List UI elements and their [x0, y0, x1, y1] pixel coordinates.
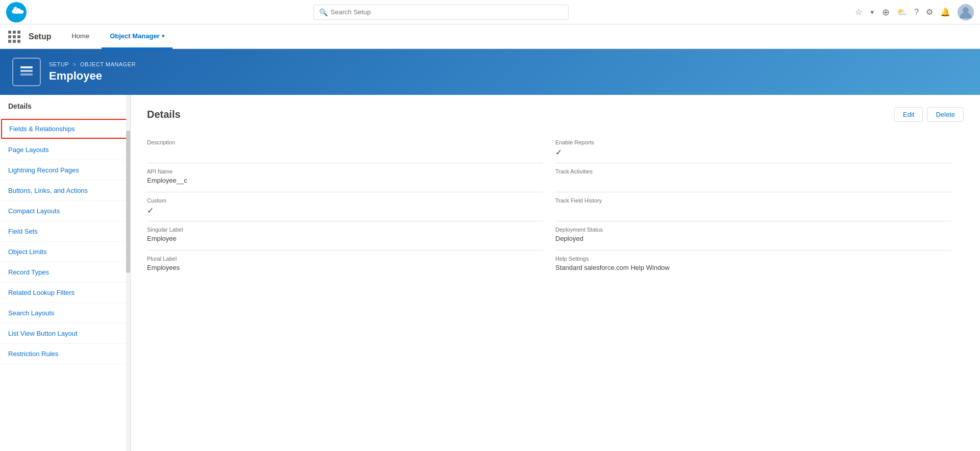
field-value-track-field-history	[555, 206, 951, 216]
sidebar-item-details[interactable]: Details	[0, 95, 130, 118]
sidebar-item-list-view-button-layout[interactable]: List View Button Layout	[0, 323, 130, 344]
details-title: Details	[147, 109, 181, 120]
breadcrumb: SETUP > OBJECT MANAGER	[49, 61, 136, 67]
field-label-track-field-history: Track Field History	[555, 197, 951, 204]
details-grid: Description API Name Employee__c Custom …	[147, 134, 964, 279]
chevron-down-icon: ▾	[162, 33, 164, 39]
add-icon[interactable]: ⊕	[882, 7, 890, 18]
svg-rect-4	[20, 73, 33, 76]
sidebar-item-lightning-record-pages[interactable]: Lightning Record Pages	[0, 160, 130, 181]
sidebar-item-page-layouts[interactable]: Page Layouts	[0, 140, 130, 160]
sidebar-item-restriction-rules[interactable]: Restriction Rules	[0, 344, 130, 364]
field-track-activities: Track Activities	[555, 163, 951, 192]
tab-object-manager[interactable]: Object Manager ▾	[102, 24, 173, 49]
delete-button[interactable]: Delete	[927, 107, 964, 122]
field-label-deployment-status: Deployment Status	[555, 227, 951, 233]
search-input[interactable]	[331, 8, 563, 16]
sidebar-item-buttons-links-actions[interactable]: Buttons, Links, and Actions	[0, 181, 130, 201]
tab-home[interactable]: Home	[63, 24, 97, 49]
sidebar-item-search-layouts[interactable]: Search Layouts	[0, 303, 130, 323]
edit-button[interactable]: Edit	[894, 107, 923, 122]
sidebar-item-compact-layouts[interactable]: Compact Layouts	[0, 201, 130, 221]
field-custom: Custom ✓	[147, 192, 543, 221]
sidebar-item-record-types[interactable]: Record Types	[0, 262, 130, 283]
gear-icon[interactable]: ⚙	[926, 7, 933, 17]
app-header: Setup Home Object Manager ▾	[0, 24, 980, 49]
field-singular-label: Singular Label Employee	[147, 221, 543, 250]
field-value-custom: ✓	[147, 206, 543, 216]
field-label-custom: Custom	[147, 197, 543, 204]
sidebar-item-related-lookup-filters[interactable]: Related Lookup Filters	[0, 283, 130, 303]
field-value-plural: Employees	[147, 264, 543, 274]
avatar[interactable]	[958, 4, 974, 20]
field-deployment-status: Deployment Status Deployed	[555, 221, 951, 250]
star-icon[interactable]: ☆	[855, 7, 862, 17]
breadcrumb-separator: >	[73, 61, 77, 67]
field-value-api-name: Employee__c	[147, 177, 543, 187]
sidebar-item-field-sets[interactable]: Field Sets	[0, 221, 130, 242]
field-group-left: Description API Name Employee__c Custom …	[147, 134, 555, 279]
field-label-singular: Singular Label	[147, 227, 543, 233]
field-label-enable-reports: Enable Reports	[555, 139, 951, 145]
field-label-description: Description	[147, 139, 543, 145]
app-title: Setup	[29, 32, 51, 41]
dropdown-icon[interactable]: ▼	[869, 9, 875, 15]
svg-rect-2	[20, 66, 33, 68]
object-icon	[12, 58, 41, 86]
sidebar-item-fields-relationships[interactable]: Fields & Relationships	[1, 119, 129, 139]
field-label-help-settings: Help Settings	[555, 256, 951, 262]
sidebar-item-object-limits[interactable]: Object Limits	[0, 242, 130, 262]
field-value-deployment-status: Deployed	[555, 235, 951, 245]
details-header: Details Edit Delete	[147, 107, 964, 122]
action-buttons: Edit Delete	[894, 107, 964, 122]
salesforce-logo[interactable]	[6, 2, 27, 22]
field-value-help-settings: Standard salesforce.com Help Window	[555, 264, 951, 274]
breadcrumb-setup[interactable]: SETUP	[49, 61, 69, 67]
search-bar[interactable]: 🔍	[313, 5, 569, 20]
app-launcher-icon[interactable]	[8, 31, 20, 43]
field-api-name: API Name Employee__c	[147, 163, 543, 192]
details-panel: Details Edit Delete Description API Name…	[131, 95, 980, 451]
breadcrumb-object-manager[interactable]: OBJECT MANAGER	[80, 61, 136, 67]
nav-right-icons: ☆ ▼ ⊕ ⛅ ? ⚙ 🔔	[855, 4, 974, 20]
field-label-plural: Plural Label	[147, 256, 543, 262]
field-plural-label: Plural Label Employees	[147, 250, 543, 279]
field-label-api-name: API Name	[147, 168, 543, 174]
cloud-icon[interactable]: ⛅	[897, 7, 907, 17]
field-track-field-history: Track Field History	[555, 192, 951, 221]
object-header-text: SETUP > OBJECT MANAGER Employee	[49, 61, 136, 83]
main-content: Details Fields & Relationships Page Layo…	[0, 95, 980, 451]
field-label-track-activities: Track Activities	[555, 168, 951, 174]
field-description: Description	[147, 134, 543, 163]
search-icon: 🔍	[319, 8, 328, 16]
bell-icon[interactable]: 🔔	[940, 7, 950, 17]
svg-rect-3	[20, 70, 33, 72]
field-help-settings: Help Settings Standard salesforce.com He…	[555, 250, 951, 279]
field-group-right: Enable Reports ✓ Track Activities Track …	[555, 134, 964, 279]
field-value-description	[147, 147, 543, 158]
object-header: SETUP > OBJECT MANAGER Employee	[0, 49, 980, 95]
sidebar: Details Fields & Relationships Page Layo…	[0, 95, 131, 451]
top-nav: 🔍 ☆ ▼ ⊕ ⛅ ? ⚙ 🔔	[0, 0, 980, 24]
field-enable-reports: Enable Reports ✓	[555, 134, 951, 163]
field-value-enable-reports: ✓	[555, 147, 951, 158]
object-name: Employee	[49, 69, 136, 83]
question-icon[interactable]: ?	[914, 8, 919, 17]
field-value-singular: Employee	[147, 235, 543, 245]
field-value-track-activities	[555, 177, 951, 187]
